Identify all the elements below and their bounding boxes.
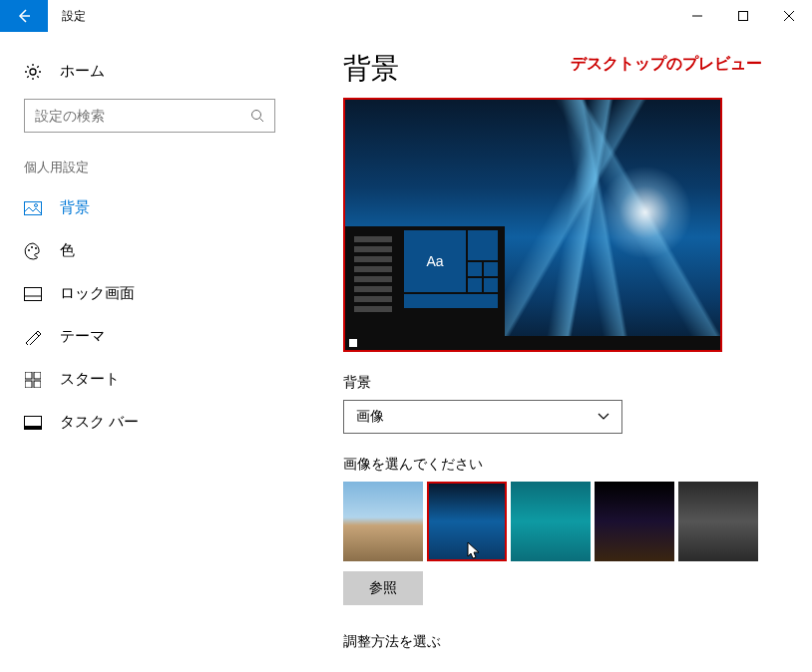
browse-label: 参照 — [369, 579, 397, 597]
cursor-icon — [467, 541, 483, 561]
svg-rect-10 — [25, 372, 32, 379]
sidebar-item-label: ロック画面 — [60, 284, 135, 303]
sidebar-item-label: タスク バー — [60, 413, 139, 432]
themes-icon — [24, 328, 42, 346]
preview-start-menu: Aa — [345, 226, 505, 336]
sidebar-item-colors[interactable]: 色 — [0, 229, 299, 272]
svg-rect-11 — [34, 372, 41, 379]
svg-point-4 — [35, 203, 38, 206]
fit-label: 調整方法を選ぶ — [343, 633, 788, 651]
taskbar-icon — [24, 414, 42, 432]
search-field[interactable] — [35, 108, 250, 124]
gear-icon — [24, 63, 42, 81]
choose-picture-label: 画像を選んでください — [343, 456, 788, 474]
svg-rect-9 — [25, 296, 42, 301]
title-bar: 設定 — [0, 0, 812, 32]
sidebar-home-label: ホーム — [60, 62, 105, 81]
svg-rect-3 — [25, 201, 42, 214]
arrow-left-icon — [16, 8, 32, 24]
svg-rect-13 — [34, 381, 41, 388]
window-title: 設定 — [62, 8, 86, 25]
maximize-button[interactable] — [720, 0, 766, 32]
sidebar: ホーム 個人用設定 背景 色 ロック画面 テーマ スタート — [0, 32, 299, 672]
back-button[interactable] — [0, 0, 48, 32]
sidebar-section-label: 個人用設定 — [0, 159, 299, 186]
sidebar-item-label: 色 — [60, 241, 75, 260]
svg-point-6 — [31, 246, 33, 248]
sidebar-item-taskbar[interactable]: タスク バー — [0, 401, 299, 444]
start-icon — [24, 371, 42, 389]
sidebar-item-label: 背景 — [60, 198, 90, 217]
svg-rect-12 — [25, 381, 32, 388]
svg-point-7 — [35, 247, 37, 249]
preview-tile-sample: Aa — [404, 230, 466, 292]
sidebar-item-background[interactable]: 背景 — [0, 186, 299, 229]
maximize-icon — [738, 11, 748, 21]
dropdown-value: 画像 — [356, 408, 384, 426]
svg-rect-0 — [739, 12, 748, 21]
browse-button[interactable]: 参照 — [343, 571, 423, 605]
background-type-dropdown[interactable]: 画像 — [343, 400, 622, 434]
svg-rect-8 — [25, 287, 42, 300]
svg-point-2 — [252, 111, 261, 120]
svg-point-5 — [28, 249, 30, 251]
palette-icon — [24, 242, 42, 260]
wallpaper-thumbnail[interactable] — [678, 482, 758, 561]
picture-thumbnails — [343, 482, 788, 561]
sidebar-item-label: テーマ — [60, 327, 105, 346]
wallpaper-thumbnail[interactable] — [595, 482, 674, 561]
wallpaper-thumbnail[interactable] — [343, 482, 423, 561]
close-button[interactable] — [766, 0, 812, 32]
sidebar-home[interactable]: ホーム — [0, 54, 299, 99]
svg-rect-15 — [25, 426, 42, 430]
picture-icon — [24, 199, 42, 217]
sidebar-item-lockscreen[interactable]: ロック画面 — [0, 272, 299, 315]
preview-annotation: デスクトップのプレビュー — [571, 54, 762, 75]
main-content: 背景 デスクトップのプレビュー Aa 背景 画像 画像を選んでください — [299, 32, 812, 672]
sidebar-item-label: スタート — [60, 370, 120, 389]
close-icon — [784, 11, 794, 21]
lockscreen-icon — [24, 285, 42, 303]
background-label: 背景 — [343, 374, 788, 392]
chevron-down-icon — [598, 413, 609, 421]
sidebar-item-start[interactable]: スタート — [0, 358, 299, 401]
sidebar-item-themes[interactable]: テーマ — [0, 315, 299, 358]
search-icon — [250, 109, 264, 123]
wallpaper-thumbnail[interactable] — [511, 482, 591, 561]
minimize-icon — [692, 11, 702, 21]
window-controls — [674, 0, 812, 32]
search-input[interactable] — [24, 99, 275, 133]
desktop-preview: Aa — [343, 98, 722, 352]
wallpaper-thumbnail-selected[interactable] — [427, 482, 507, 561]
preview-taskbar — [345, 336, 720, 350]
svg-point-1 — [30, 69, 36, 75]
minimize-button[interactable] — [674, 0, 720, 32]
